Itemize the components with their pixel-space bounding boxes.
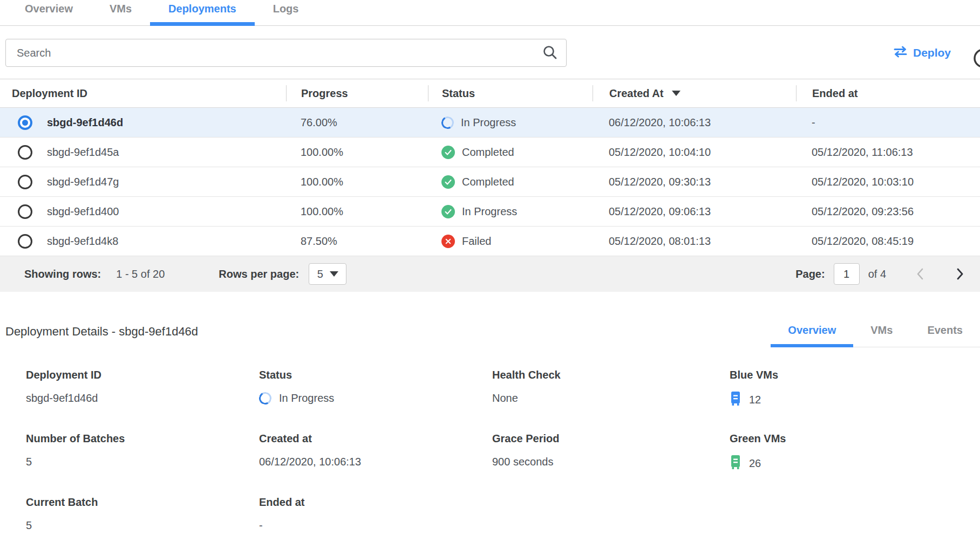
- search-icon: [542, 45, 558, 63]
- row-radio[interactable]: [18, 145, 32, 160]
- table-row[interactable]: sbgd-9ef1d4k8 87.50% Failed 05/12/2020, …: [0, 227, 980, 256]
- column-header-deployment-id[interactable]: Deployment ID: [0, 85, 286, 101]
- ended-at-cell: 05/12/2020, 09:23:56: [796, 205, 980, 218]
- check-circle-icon: [441, 146, 455, 159]
- deploy-button[interactable]: Deploy: [893, 46, 951, 60]
- details-title: Deployment Details - sbgd-9ef1d46d: [5, 325, 198, 347]
- vm-icon-blue: [730, 391, 741, 409]
- row-radio[interactable]: [18, 204, 32, 219]
- chevron-right-icon[interactable]: [954, 267, 966, 281]
- deploy-button-label: Deploy: [913, 46, 951, 59]
- status-cell: In Progress: [461, 116, 516, 129]
- deployment-id-cell: sbgd-9ef1d400: [47, 205, 119, 218]
- created-at-cell: 05/12/2020, 09:06:13: [593, 205, 796, 218]
- deploy-swap-icon: [893, 46, 908, 60]
- created-at-cell: 05/12/2020, 08:01:13: [593, 235, 796, 248]
- vm-icon-green: [730, 455, 741, 472]
- progress-cell: 100.00%: [286, 205, 428, 218]
- created-at-cell: 05/12/2020, 10:04:10: [593, 146, 796, 159]
- showing-rows-value: 1 - 5 of 20: [116, 268, 165, 280]
- field-created-at: Created at 06/12/2020, 10:06:13: [259, 433, 492, 472]
- ended-at-cell: 05/12/2020, 10:03:10: [796, 176, 980, 188]
- created-at-cell: 06/12/2020, 10:06:13: [593, 116, 796, 129]
- table-pagination-bar: Showing rows: 1 - 5 of 20 Rows per page:…: [0, 256, 980, 292]
- page-label: Page:: [795, 268, 825, 280]
- row-radio-selected[interactable]: [18, 115, 32, 130]
- check-circle-icon: [441, 175, 455, 189]
- ended-at-cell: 05/12/2020, 08:45:19: [796, 235, 980, 248]
- deployment-id-cell: sbgd-9ef1d45a: [47, 146, 119, 159]
- tab-vms[interactable]: VMs: [91, 0, 150, 26]
- tab-logs[interactable]: Logs: [255, 0, 317, 26]
- details-tab-bar: Overview VMs Events: [771, 319, 980, 347]
- check-circle-icon: [441, 205, 455, 218]
- table-row[interactable]: sbgd-9ef1d46d 76.00% In Progress 06/12/2…: [0, 108, 980, 138]
- spinner-icon: [257, 390, 273, 406]
- showing-rows-label: Showing rows:: [24, 268, 101, 280]
- progress-cell: 87.50%: [286, 235, 428, 248]
- row-radio[interactable]: [18, 175, 32, 189]
- search-input[interactable]: [5, 39, 567, 67]
- progress-cell: 76.00%: [286, 116, 428, 129]
- field-ended-at: Ended at -: [259, 496, 492, 533]
- table-row[interactable]: sbgd-9ef1d400 100.00% In Progress 05/12/…: [0, 197, 980, 227]
- column-header-created-at[interactable]: Created At: [593, 85, 796, 101]
- field-current-batch: Current Batch 5: [26, 496, 259, 533]
- progress-cell: 100.00%: [286, 176, 428, 188]
- dropdown-caret-icon: [330, 271, 338, 277]
- column-header-status[interactable]: Status: [428, 85, 593, 101]
- chevron-left-icon[interactable]: [914, 267, 926, 281]
- field-number-of-batches: Number of Batches 5: [26, 433, 259, 472]
- status-cell: In Progress: [462, 205, 517, 218]
- deployment-id-cell: sbgd-9ef1d4k8: [47, 235, 118, 248]
- table-row[interactable]: sbgd-9ef1d47g 100.00% Completed 05/12/20…: [0, 167, 980, 197]
- field-grace-period: Grace Period 900 seconds: [492, 433, 730, 472]
- main-tab-bar: Overview VMs Deployments Logs: [0, 0, 980, 26]
- details-tab-vms[interactable]: VMs: [853, 319, 910, 347]
- ended-at-cell: 05/12/2020, 11:06:13: [796, 146, 980, 159]
- spinner-icon: [440, 115, 455, 130]
- deployment-id-cell: sbgd-9ef1d47g: [47, 176, 119, 188]
- row-radio[interactable]: [18, 234, 32, 249]
- field-blue-vms: Blue VMs 12: [730, 369, 980, 409]
- status-cell: Failed: [462, 235, 491, 248]
- status-cell: Completed: [462, 146, 514, 159]
- field-health-check: Health Check None: [492, 369, 730, 409]
- progress-cell: 100.00%: [286, 146, 428, 159]
- status-cell: Completed: [462, 176, 514, 188]
- deployment-id-cell: sbgd-9ef1d46d: [47, 116, 123, 129]
- tab-overview[interactable]: Overview: [6, 0, 91, 26]
- details-tab-events[interactable]: Events: [910, 319, 980, 347]
- page-total: of 4: [868, 268, 886, 280]
- sort-desc-icon: [672, 91, 680, 96]
- rows-per-page-label: Rows per page:: [219, 268, 299, 280]
- table-row[interactable]: sbgd-9ef1d45a 100.00% Completed 05/12/20…: [0, 138, 980, 167]
- table-header-row: Deployment ID Progress Status Created At…: [0, 79, 980, 108]
- toolbar: Deploy: [0, 26, 980, 79]
- column-header-progress[interactable]: Progress: [286, 85, 428, 101]
- column-header-ended-at[interactable]: Ended at: [796, 85, 980, 101]
- field-green-vms: Green VMs 26: [730, 433, 980, 472]
- details-header: Deployment Details - sbgd-9ef1d46d Overv…: [0, 319, 980, 347]
- rows-per-page-select[interactable]: 5: [309, 263, 346, 285]
- x-circle-icon: [441, 235, 455, 248]
- details-fields-grid: Deployment ID sbgd-9ef1d46d Status In Pr…: [0, 347, 980, 533]
- page-number-input[interactable]: [834, 263, 860, 285]
- field-status: Status In Progress: [259, 369, 492, 409]
- tab-deployments[interactable]: Deployments: [150, 0, 255, 26]
- ended-at-cell: -: [796, 116, 980, 129]
- created-at-cell: 05/12/2020, 09:30:13: [593, 176, 796, 188]
- refresh-icon[interactable]: [970, 46, 980, 70]
- deployments-table: Deployment ID Progress Status Created At…: [0, 79, 980, 292]
- field-deployment-id: Deployment ID sbgd-9ef1d46d: [26, 369, 259, 409]
- details-tab-overview[interactable]: Overview: [771, 319, 853, 347]
